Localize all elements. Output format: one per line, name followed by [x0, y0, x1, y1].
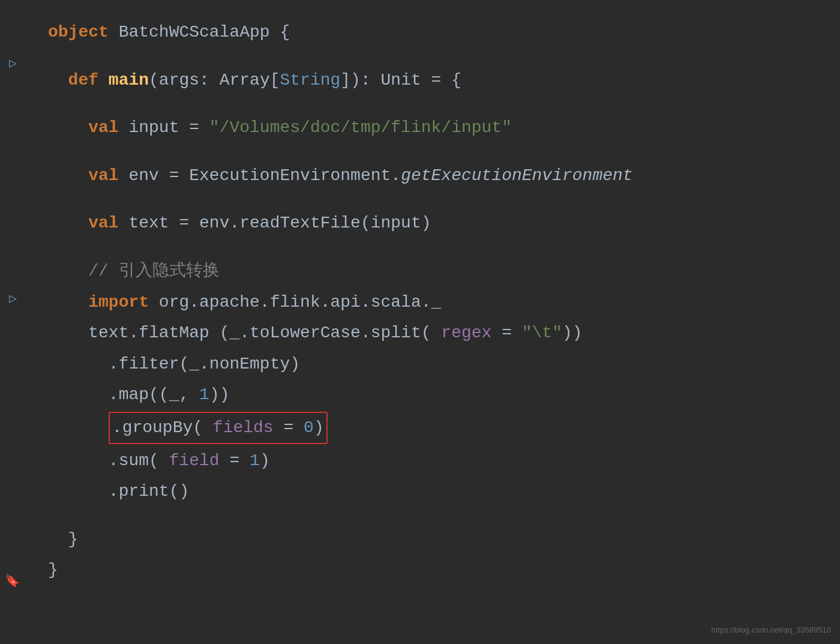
indent-6b — [48, 381, 109, 409]
args-decl: (args: Array[ — [149, 66, 280, 95]
param-field: field — [169, 447, 230, 475]
code-line-val-env: val env = ExecutionEnvironment.getExecut… — [48, 161, 804, 190]
keyword-def: def — [68, 66, 109, 95]
fn-main: main — [109, 66, 149, 95]
keyword-val-2: val — [88, 161, 128, 190]
indent-4b — [48, 161, 88, 190]
param-regex: regex — [441, 319, 502, 348]
code-line-1: object BatchWCScalaApp { — [48, 18, 804, 47]
code-line-val-text: val text = env.readTextFile(input) — [48, 209, 804, 238]
arrow-right-icon-2: ▷ — [9, 288, 17, 310]
param-fields: fields — [213, 418, 284, 437]
indent-4e — [48, 288, 88, 317]
indent-6a — [48, 350, 109, 379]
type-unit: Unit — [381, 66, 421, 95]
watermark: https://blog.csdn.net/qq_33589510 — [712, 624, 832, 637]
text-flatmap: text.flatMap (_.toLowerCase.split( — [88, 319, 441, 348]
code-line-close-outer: } — [48, 556, 804, 585]
brace-close-outer: } — [48, 556, 58, 585]
code-line-sum: .sum( field = 1) — [48, 447, 804, 475]
import-path: org.apache.flink.api.scala._ — [159, 288, 441, 317]
string-tab: "\t" — [522, 319, 562, 348]
indent-6c — [48, 414, 109, 442]
bookmark-icon: 🔖 — [5, 571, 20, 592]
number-0: 0 — [304, 418, 314, 437]
code-line-comment: // 引入隐式转换 — [48, 257, 804, 286]
keyword-val-3: val — [88, 209, 128, 238]
string-path: "/Volumes/doc/tmp/flink/input" — [209, 113, 512, 142]
code-line-map: .map((_, 1)) — [48, 381, 804, 409]
groupby-highlight-box: .groupBy( fields = 0) — [109, 412, 328, 444]
keyword-object: object — [48, 18, 119, 47]
map-close: )) — [209, 381, 230, 409]
indent-6e — [48, 477, 109, 506]
groupby-call: .groupBy( — [112, 418, 213, 437]
code-line-flatmap: text.flatMap (_.toLowerCase.split( regex… — [48, 319, 804, 348]
arrow-right-icon: ▷ — [9, 53, 17, 75]
code-line-print: .print() — [48, 477, 804, 506]
args-decl-2: ]): — [340, 66, 380, 95]
type-string: String — [280, 66, 340, 95]
sum-call: .sum( — [109, 447, 169, 475]
code-editor: ▷ ▷ 🔖 object BatchWCScalaApp { def main(… — [0, 0, 840, 644]
keyword-val-1: val — [88, 113, 128, 142]
code-line-val-input: val input = "/Volumes/doc/tmp/flink/inpu… — [48, 113, 804, 142]
var-env: env = ExecutionEnvironment. — [128, 161, 401, 190]
indent-4f — [48, 319, 88, 348]
groupby-close: ) — [314, 418, 324, 437]
indent-4 — [48, 113, 88, 142]
var-input: input = — [128, 113, 209, 142]
eq-brace: = { — [421, 66, 461, 95]
eq-fields: = — [283, 418, 304, 437]
keyword-import: import — [88, 288, 159, 317]
sum-close: ) — [260, 447, 270, 475]
print-call: .print() — [109, 477, 189, 506]
gutter: ▷ ▷ 🔖 — [0, 0, 33, 644]
class-name-batch: BatchWCScalaApp { — [119, 18, 290, 47]
indent-2b — [48, 525, 68, 554]
code-line-filter: .filter(_.nonEmpty) — [48, 350, 804, 379]
indent-6d — [48, 447, 109, 475]
indent-4d — [48, 257, 88, 286]
number-1-map: 1 — [199, 381, 209, 409]
close-paren-flatmap: )) — [562, 319, 583, 348]
code-line-def: def main(args: Array[String]): Unit = { — [48, 66, 804, 95]
code-line-groupby: .groupBy( fields = 0) — [48, 412, 804, 444]
eq-field: = — [229, 447, 250, 475]
brace-close-inner: } — [68, 525, 79, 554]
indent-4c — [48, 209, 88, 238]
eq-regex: = — [502, 319, 522, 348]
var-text: text = env.readTextFile(input) — [128, 209, 431, 238]
code-line-close-inner: } — [48, 525, 804, 554]
filter-call: .filter(_.nonEmpty) — [109, 350, 300, 379]
map-call: .map((_ — [109, 381, 179, 409]
code-line-import: import org.apache.flink.api.scala._ — [48, 288, 804, 317]
number-1-sum: 1 — [250, 447, 260, 475]
indent-2 — [48, 66, 68, 95]
method-getExec: getExecutionEnvironment — [401, 161, 632, 190]
comment-text: // 引入隐式转换 — [88, 257, 219, 286]
map-comma: , — [179, 381, 199, 409]
